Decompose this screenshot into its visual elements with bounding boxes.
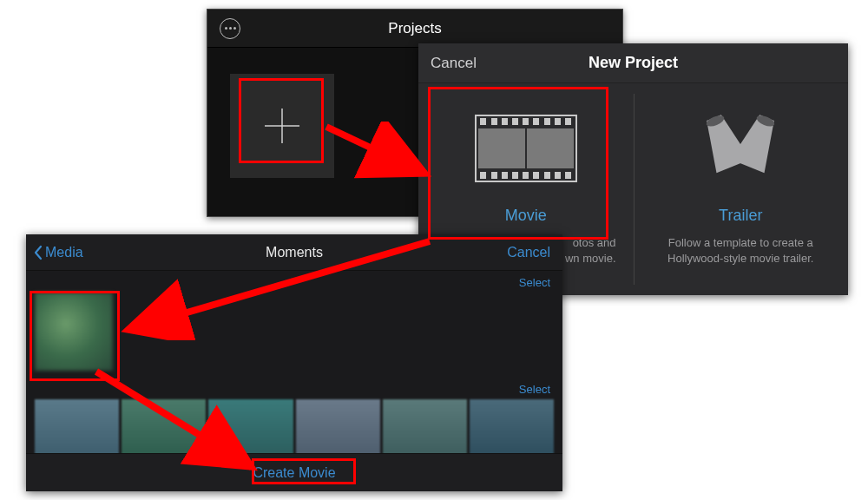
trailer-option[interactable]: Trailer Follow a template to create a Ho…: [634, 83, 849, 295]
moments-cancel-button[interactable]: Cancel: [507, 245, 550, 260]
projects-header: Projects: [207, 10, 622, 48]
new-project-header: Cancel New Project: [418, 43, 848, 83]
select-button-2[interactable]: Select: [35, 383, 554, 399]
media-thumbnail[interactable]: [35, 293, 113, 371]
trailer-desc: Follow a template to create a Hollywood-…: [646, 235, 837, 266]
movie-icon-area: [475, 101, 577, 196]
cancel-button[interactable]: Cancel: [431, 55, 477, 72]
moments-footer: Create Movie: [26, 453, 562, 491]
back-label: Media: [45, 245, 83, 260]
movie-label: Movie: [505, 207, 547, 225]
more-options-icon[interactable]: [220, 18, 240, 39]
create-movie-button[interactable]: Create Movie: [253, 465, 335, 481]
moments-screen: Media Moments Cancel Select Select Creat…: [26, 234, 562, 491]
moments-section-1: Select: [26, 271, 562, 374]
add-project-tile[interactable]: [230, 74, 334, 178]
plus-icon: [258, 102, 306, 150]
new-project-title: New Project: [589, 54, 678, 72]
select-button-1[interactable]: Select: [35, 276, 554, 293]
option-divider: [634, 94, 635, 285]
back-button[interactable]: Media: [33, 245, 83, 260]
moments-header: Media Moments Cancel: [26, 234, 562, 271]
thumbs-row-1: [35, 293, 554, 371]
moments-title: Moments: [266, 245, 323, 260]
trailer-icon-area: [701, 101, 779, 196]
filmstrip-icon: [475, 115, 577, 182]
spotlights-icon: [701, 109, 779, 188]
trailer-label: Trailer: [719, 207, 762, 225]
projects-title: Projects: [388, 20, 441, 37]
chevron-left-icon: [33, 245, 43, 260]
